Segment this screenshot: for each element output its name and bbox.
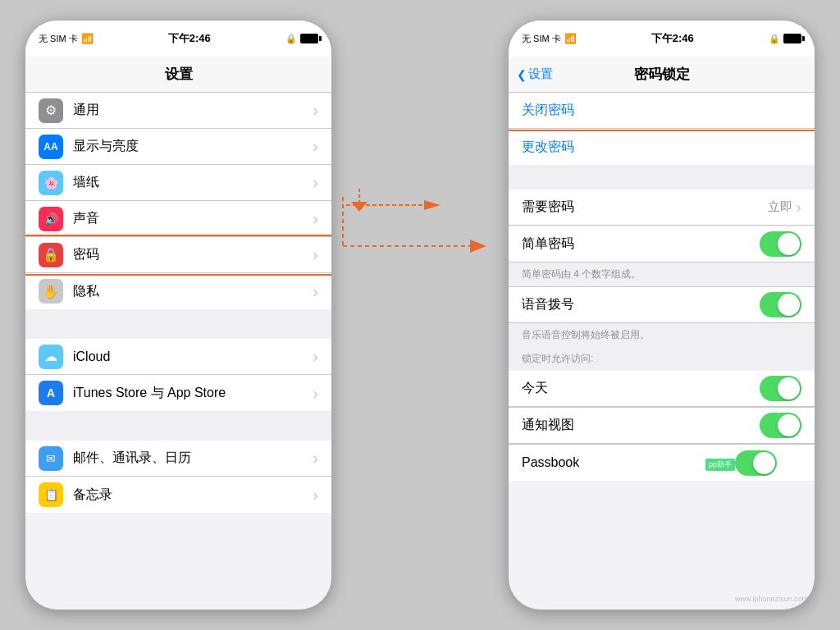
chevron-notes xyxy=(313,486,318,504)
nav-bar-right: 设置 密码锁定 xyxy=(509,57,815,93)
notification-toggle[interactable] xyxy=(760,413,801,438)
settings-row-store[interactable]: A iTunes Store 与 App Store xyxy=(25,375,331,411)
voice-label: 语音拨号 xyxy=(522,296,760,313)
notification-label: 通知视图 xyxy=(522,417,760,434)
settings-row-icloud[interactable]: ☁ iCloud xyxy=(25,339,331,375)
chevron-store xyxy=(313,384,318,403)
spacer-mid xyxy=(509,173,815,189)
sound-icon: 🔊 xyxy=(39,207,63,231)
nav-title-right: 密码锁定 xyxy=(634,65,690,84)
settings-row-simple[interactable]: 简单密码 xyxy=(509,226,815,262)
chevron-privacy xyxy=(313,282,318,301)
settings-row-display[interactable]: AA 显示与亮度 xyxy=(25,129,331,165)
lock-access-text: 锁定时允许访问: xyxy=(522,353,593,364)
battery-icon-right xyxy=(783,34,801,43)
time-display-right: 下午2:46 xyxy=(651,31,694,46)
passcode-row-wrapper: 🔒 密码 xyxy=(25,237,331,273)
wallpaper-icon: 🌸 xyxy=(39,171,63,195)
right-phone: 无 SIM 卡 📶 下午2:46 🔒 设置 密码锁定 关闭密码 xyxy=(508,20,815,610)
settings-row-notes[interactable]: 📋 备忘录 xyxy=(25,477,331,513)
turn-off-wrapper: 关闭密码 xyxy=(509,93,815,129)
simple-subtext-content: 简单密码由 4 个数字组成。 xyxy=(522,268,641,280)
sound-label: 声音 xyxy=(73,210,313,227)
settings-row-voice[interactable]: 语音拨号 xyxy=(509,287,815,323)
status-left-right: 无 SIM 卡 📶 xyxy=(522,33,577,45)
left-phone: 无 SIM 卡 📶 下午2:46 🔒 设置 ⚙ 通用 xyxy=(25,20,332,610)
settings-row-wallpaper[interactable]: 🌸 墙纸 xyxy=(25,165,331,201)
passcode-icon: 🔒 xyxy=(39,243,63,267)
settings-row-change[interactable]: 更改密码 xyxy=(509,129,815,165)
settings-row-passbook[interactable]: Passbook pp助手 xyxy=(509,445,815,481)
settings-row-mail[interactable]: ✉ 邮件、通讯录、日历 xyxy=(25,441,331,477)
notes-label: 备忘录 xyxy=(73,486,313,504)
chevron-icloud xyxy=(313,347,318,366)
status-right-right: 🔒 xyxy=(769,34,801,44)
status-left: 无 SIM 卡 📶 xyxy=(39,33,94,45)
notes-icon: 📋 xyxy=(39,482,63,507)
section-spacer-2 xyxy=(25,411,331,441)
store-icon: A xyxy=(39,381,63,405)
simple-label: 简单密码 xyxy=(522,235,760,253)
settings-row-passcode[interactable]: 🔒 密码 xyxy=(25,237,331,273)
settings-row-notification[interactable]: 通知视图 xyxy=(509,408,815,444)
chevron-display xyxy=(313,137,318,156)
top-section: 关闭密码 更改密码 xyxy=(509,93,815,165)
display-label: 显示与亮度 xyxy=(73,138,313,155)
status-bar-right: 无 SIM 卡 📶 下午2:46 🔒 xyxy=(509,21,815,57)
chevron-sound xyxy=(313,209,318,228)
spacer-top xyxy=(509,165,815,173)
lock-access-header: 锁定时允许访问: xyxy=(509,347,815,371)
privacy-icon: ✋ xyxy=(39,279,63,304)
svg-marker-6 xyxy=(470,240,486,253)
icloud-icon: ☁ xyxy=(39,345,63,369)
lock-icon: 🔒 xyxy=(285,34,297,44)
require-value: 立即 xyxy=(768,199,792,215)
chevron-passcode xyxy=(313,245,318,264)
icloud-label: iCloud xyxy=(73,349,313,364)
chevron-general xyxy=(313,101,318,120)
display-icon: AA xyxy=(39,135,63,159)
section-1: ⚙ 通用 AA 显示与亮度 🌸 墙纸 🔊 声音 xyxy=(25,93,331,309)
simple-subtext: 简单密码由 4 个数字组成。 xyxy=(509,262,815,286)
today-toggle[interactable] xyxy=(760,376,801,401)
voice-subtext: 音乐语音控制将始终被启用。 xyxy=(509,323,815,347)
back-button[interactable]: 设置 xyxy=(517,66,553,82)
chevron-mail xyxy=(313,449,318,468)
store-label: iTunes Store 与 App Store xyxy=(73,385,313,402)
section-2: ☁ iCloud A iTunes Store 与 App Store xyxy=(25,339,331,411)
require-label: 需要密码 xyxy=(522,199,768,216)
connection-arrow xyxy=(335,197,499,295)
turn-off-label: 关闭密码 xyxy=(522,102,801,119)
settings-row-sound[interactable]: 🔊 声音 xyxy=(25,201,331,237)
mail-icon: ✉ xyxy=(39,446,63,471)
signal-text: 无 SIM 卡 xyxy=(39,33,78,45)
chevron-require xyxy=(796,198,801,217)
nav-title-left: 设置 xyxy=(165,65,193,84)
lock-icon-right: 🔒 xyxy=(769,34,780,44)
settings-row-turn-off[interactable]: 关闭密码 xyxy=(509,93,815,129)
status-right: 🔒 xyxy=(285,34,318,44)
passbook-toggle[interactable] xyxy=(735,450,777,476)
passcode-settings-list: 关闭密码 更改密码 需要密码 立即 简单密码 xyxy=(509,93,815,609)
passbook-label: Passbook xyxy=(522,455,735,470)
wifi-icon: 📶 xyxy=(81,33,94,44)
settings-row-general[interactable]: ⚙ 通用 xyxy=(25,93,331,129)
back-label: 设置 xyxy=(528,66,553,82)
passcode-label: 密码 xyxy=(73,246,313,263)
simple-toggle[interactable] xyxy=(760,231,801,257)
settings-list-left: ⚙ 通用 AA 显示与亮度 🌸 墙纸 🔊 声音 xyxy=(25,93,331,609)
change-label: 更改密码 xyxy=(522,139,801,156)
chevron-wallpaper xyxy=(313,173,318,192)
signal-text-right: 无 SIM 卡 xyxy=(522,33,561,45)
url-watermark: www.iphonezixun.com xyxy=(735,595,808,603)
voice-toggle[interactable] xyxy=(760,292,801,317)
settings-row-require[interactable]: 需要密码 立即 xyxy=(509,189,815,226)
watermark-text: pp助手 xyxy=(709,460,732,468)
url-text: www.iphonezixun.com xyxy=(735,595,808,603)
watermark: pp助手 xyxy=(705,459,735,471)
section-spacer-1 xyxy=(25,309,331,339)
settings-row-privacy[interactable]: ✋ 隐私 xyxy=(25,273,331,309)
settings-row-today[interactable]: 今天 xyxy=(509,371,815,407)
wallpaper-label: 墙纸 xyxy=(73,174,313,191)
time-display: 下午2:46 xyxy=(168,31,211,46)
